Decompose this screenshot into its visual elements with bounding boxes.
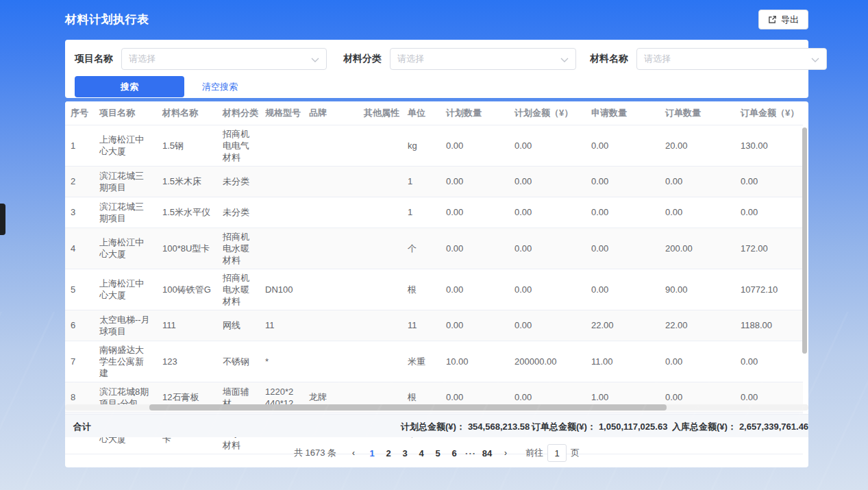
table-cell: 1.5米水平仪 bbox=[157, 197, 217, 228]
table-cell bbox=[303, 310, 358, 341]
chevron-down-icon bbox=[311, 53, 319, 65]
table-cell: 米重 bbox=[402, 341, 441, 382]
column-header: 材料分类 bbox=[217, 101, 260, 125]
column-header: 订单金额（¥） bbox=[735, 101, 803, 125]
page-number[interactable]: 1 bbox=[364, 445, 380, 461]
export-label: 导出 bbox=[781, 14, 799, 26]
column-header: 序号 bbox=[65, 101, 94, 125]
summary-item-value: 354,568,213.58 bbox=[468, 421, 530, 432]
table-cell bbox=[358, 228, 402, 269]
page-number[interactable]: 6 bbox=[446, 445, 462, 461]
table-cell: 3 bbox=[65, 197, 94, 228]
table-cell: 2 bbox=[65, 166, 94, 197]
table-cell: 未分类 bbox=[217, 197, 260, 228]
table-cell: 22.00 bbox=[586, 310, 660, 341]
table-cell: 10.00 bbox=[441, 341, 509, 382]
goto-suffix: 页 bbox=[571, 447, 580, 459]
table-cell bbox=[358, 166, 402, 197]
next-page-button[interactable]: › bbox=[498, 448, 513, 458]
table-cell bbox=[358, 269, 402, 310]
table-cell: * bbox=[260, 341, 303, 382]
table-cell bbox=[303, 269, 358, 310]
table-cell: 个 bbox=[402, 228, 441, 269]
table-cell: 未分类 bbox=[217, 166, 260, 197]
drawer-handle[interactable] bbox=[0, 204, 5, 235]
table-cell: 5 bbox=[65, 269, 94, 310]
table-cell: 0.00 bbox=[660, 197, 735, 228]
table-cell: 10772.10 bbox=[735, 269, 803, 310]
summary-item: 入库总金额(¥)：2,657,339,761.46 bbox=[672, 421, 808, 433]
table-cell bbox=[358, 341, 402, 382]
summary-row: 合计 计划总金额(¥)：354,568,213.58订单总金额(¥)：1,050… bbox=[65, 414, 808, 437]
page-number[interactable]: 3 bbox=[397, 445, 413, 461]
project-name-select[interactable]: 请选择 bbox=[121, 48, 327, 70]
table-cell: 0.00 bbox=[735, 166, 803, 197]
column-header: 其他属性 bbox=[358, 101, 402, 125]
search-button[interactable]: 搜索 bbox=[75, 76, 184, 97]
results-table-panel: 序号项目名称材料名称材料分类规格型号品牌其他属性单位计划数量计划金额（¥）申请数… bbox=[65, 101, 808, 467]
table-row: 1上海松江中心大厦1.5钢招商机电电气材料kg0.000.000.0020.00… bbox=[65, 125, 803, 166]
table-cell bbox=[358, 197, 402, 228]
table-cell: 11 bbox=[260, 310, 303, 341]
table-cell: 0.00 bbox=[509, 310, 586, 341]
chevron-down-icon bbox=[811, 53, 819, 65]
summary-item-value: 2,657,339,761.46 bbox=[739, 421, 808, 432]
table-cell: 0.00 bbox=[660, 166, 735, 197]
goto-label: 前往 bbox=[525, 447, 543, 459]
table-cell: 0.00 bbox=[586, 125, 660, 166]
summary-item-value: 1,050,117,025.63 bbox=[599, 421, 668, 432]
table-row: 2滨江花城三期项目1.5米木床未分类10.000.000.000.000.00 bbox=[65, 166, 803, 197]
page-number[interactable]: 5 bbox=[430, 445, 446, 461]
pagination-total: 共 1673 条 bbox=[294, 447, 336, 459]
export-button[interactable]: 导出 bbox=[758, 10, 808, 29]
table-cell: 0.00 bbox=[441, 125, 509, 166]
table-cell bbox=[303, 125, 358, 166]
table-cell: 不锈钢 bbox=[217, 341, 260, 382]
goto-page-input[interactable] bbox=[547, 444, 567, 462]
table-cell bbox=[260, 228, 303, 269]
table-cell: 0.00 bbox=[586, 166, 660, 197]
prev-page-button[interactable]: ‹ bbox=[346, 448, 361, 458]
table-row: 4上海松江中心大厦100*8U型卡招商机电水暖材料个0.000.000.0020… bbox=[65, 228, 803, 269]
table-cell: 1.5钢 bbox=[157, 125, 217, 166]
vertical-scrollbar[interactable] bbox=[802, 127, 807, 354]
page-number[interactable]: 4 bbox=[413, 445, 430, 461]
summary-item: 计划总金额(¥)：354,568,213.58 bbox=[401, 421, 530, 433]
table-cell: 0.00 bbox=[586, 269, 660, 310]
material-category-select[interactable]: 请选择 bbox=[390, 48, 576, 70]
goto-page: 前往 页 bbox=[525, 444, 580, 462]
pagination: 共 1673 条 ‹ 123456···84 › 前往 页 bbox=[65, 439, 808, 467]
table-cell: 0.00 bbox=[509, 166, 586, 197]
filter-panel: 项目名称 请选择 材料分类 请选择 材料名称 请选择 搜索 清空搜索 bbox=[65, 40, 808, 98]
column-header: 计划数量 bbox=[441, 101, 509, 125]
table-cell bbox=[303, 166, 358, 197]
material-plan-table: 序号项目名称材料名称材料分类规格型号品牌其他属性单位计划数量计划金额（¥）申请数… bbox=[65, 101, 803, 454]
table-cell: 200000.00 bbox=[509, 341, 586, 382]
table-cell: 0.00 bbox=[441, 310, 509, 341]
page-number[interactable]: 2 bbox=[380, 445, 397, 461]
material-name-select[interactable]: 请选择 bbox=[636, 48, 827, 70]
table-cell: 1 bbox=[65, 125, 94, 166]
table-row: 6太空电梯--月球项目111网线11110.000.0022.0022.0011… bbox=[65, 310, 803, 341]
horizontal-scrollbar-thumb[interactable] bbox=[149, 404, 667, 411]
horizontal-scrollbar-track[interactable] bbox=[65, 404, 808, 411]
table-cell: 0.00 bbox=[509, 197, 586, 228]
table-cell: 20.00 bbox=[660, 125, 735, 166]
table-cell: 0.00 bbox=[441, 197, 509, 228]
table-cell bbox=[260, 125, 303, 166]
table-cell: 招商机电水暖材料 bbox=[217, 269, 260, 310]
table-cell: 太空电梯--月球项目 bbox=[94, 310, 157, 341]
clear-search-link[interactable]: 清空搜索 bbox=[202, 81, 238, 93]
table-row: 3滨江花城三期项目1.5米水平仪未分类10.000.000.000.000.00 bbox=[65, 197, 803, 228]
table-cell bbox=[358, 125, 402, 166]
select-placeholder: 请选择 bbox=[129, 53, 156, 65]
table-cell: 0.00 bbox=[441, 228, 509, 269]
page-number[interactable]: 84 bbox=[479, 445, 495, 461]
table-cell: 0.00 bbox=[509, 125, 586, 166]
table-cell: 0.00 bbox=[586, 197, 660, 228]
table-cell: 南钢盛达大学生公寓新建 bbox=[94, 341, 157, 382]
table-cell: 招商机电水暖材料 bbox=[217, 228, 260, 269]
table-cell: 滨江花城三期项目 bbox=[94, 197, 157, 228]
table-cell: 1 bbox=[402, 166, 441, 197]
table-cell: 6 bbox=[65, 310, 94, 341]
